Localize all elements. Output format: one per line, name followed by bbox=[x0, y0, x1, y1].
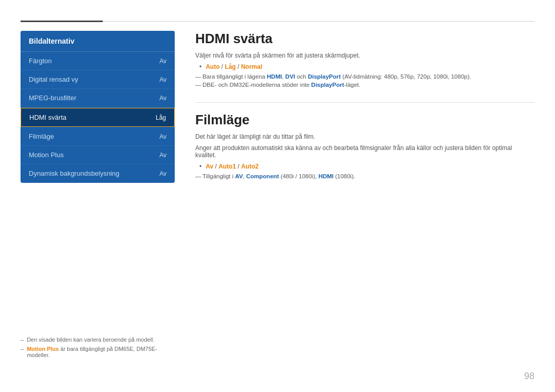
sidebar-item-motion[interactable]: Motion Plus Av bbox=[21, 146, 175, 164]
sidebar-item-value-filmage: Av bbox=[159, 133, 166, 140]
hdmi-note1-dvi: DVI bbox=[285, 73, 295, 80]
sidebar-item-label-motion: Motion Plus bbox=[29, 151, 64, 159]
footer-notes: Den visade bilden kan variera beroende p… bbox=[21, 337, 175, 361]
hdmi-options: • Auto / Låg / Normal bbox=[199, 63, 534, 70]
film-option-group: Av / Auto1 / Auto2 bbox=[206, 163, 258, 170]
hdmi-section: HDMI svärta Väljer nivå för svärta på sk… bbox=[195, 31, 534, 88]
hdmi-option-auto: Auto / Låg / Normal bbox=[206, 63, 262, 70]
hdmi-option-lag-text: Låg bbox=[225, 63, 236, 70]
sidebar-item-label-dynamic: Dynamisk bakgrundsbelysning bbox=[29, 170, 119, 177]
footer-note-1: Den visade bilden kan variera beroende p… bbox=[21, 337, 175, 343]
hdmi-option-normal-text: Normal bbox=[241, 63, 262, 70]
sidebar-item-label-hdmi: HDMI svärta bbox=[29, 114, 66, 121]
main-content: HDMI svärta Väljer nivå för svärta på sk… bbox=[195, 31, 534, 371]
sidebar-item-value-digital: Av bbox=[159, 76, 166, 83]
sidebar-item-value-mpeg: Av bbox=[159, 95, 166, 102]
top-line-light bbox=[103, 21, 534, 22]
film-note: Tillgängligt i AV, Component (480i / 108… bbox=[197, 173, 534, 179]
footer-note-2-text: Motion Plus är bara tillgängligt på DM65… bbox=[27, 346, 175, 358]
sidebar-menu: Bildalternativ Färgton Av Digital rensad… bbox=[21, 31, 175, 183]
sidebar-item-value-motion: Av bbox=[159, 152, 166, 159]
sidebar-item-value-hdmi: Låg bbox=[156, 114, 166, 121]
hdmi-note1-end: (AV-tidmätning: 480p, 576p, 720p, 1080i,… bbox=[341, 73, 471, 80]
hdmi-note1-start: Bara tillgängligt i lägena bbox=[202, 73, 267, 80]
sidebar-item-value-dynamic: Av bbox=[159, 170, 166, 177]
bullet-dot-film: • bbox=[199, 163, 201, 170]
hdmi-note1-hdmi: HDMI bbox=[267, 73, 282, 80]
film-option-auto1: Auto1 bbox=[218, 163, 236, 170]
film-options: • Av / Auto1 / Auto2 bbox=[199, 163, 534, 170]
film-note-text: Tillgängligt i AV, Component (480i / 108… bbox=[202, 173, 355, 179]
hdmi-title: HDMI svärta bbox=[195, 31, 534, 47]
hdmi-note2-end: -läget. bbox=[344, 82, 361, 88]
film-note-start: Tillgängligt i bbox=[202, 173, 235, 179]
hdmi-note2-dp: DisplayPort bbox=[311, 82, 344, 88]
film-section: Filmläge Det här läget är lämpligt när d… bbox=[195, 112, 534, 179]
hdmi-sep1: / bbox=[220, 63, 225, 70]
film-desc2: Anger att produkten automatiskt ska känn… bbox=[195, 144, 534, 159]
film-desc1: Det här läget är lämpligt när du tittar … bbox=[195, 133, 534, 140]
sidebar-item-hdmi[interactable]: HDMI svärta Låg bbox=[21, 108, 175, 127]
hdmi-note2-text: DBE- och DM32E-modellerna stöder inte Di… bbox=[202, 82, 360, 88]
sidebar-item-label-fargton: Färgton bbox=[29, 57, 52, 65]
top-line-dark bbox=[21, 21, 103, 22]
hdmi-sep2: / bbox=[236, 63, 241, 70]
film-option-av: Av bbox=[206, 163, 213, 170]
hdmi-option-auto-text: Auto bbox=[206, 63, 219, 70]
sidebar-item-digital[interactable]: Digital rensad vy Av bbox=[21, 70, 175, 89]
sidebar-item-label-filmage: Filmläge bbox=[29, 133, 54, 140]
sidebar-item-label-mpeg: MPEG-brusfilter bbox=[29, 94, 76, 102]
footer-motionplus-highlight: Motion Plus bbox=[27, 346, 59, 352]
hdmi-description: Väljer nivå för svärta på skärmen för at… bbox=[195, 52, 534, 59]
hdmi-note1-text: Bara tillgängligt i lägena HDMI, DVI och… bbox=[202, 73, 471, 80]
sidebar-item-label-digital: Digital rensad vy bbox=[29, 76, 78, 83]
sidebar-header: Bildalternativ bbox=[21, 31, 175, 52]
film-note-mid2: (480i / 1080i), bbox=[279, 173, 319, 179]
bullet-dot-hdmi: • bbox=[199, 63, 201, 70]
film-title: Filmläge bbox=[195, 112, 534, 128]
sidebar-item-filmage[interactable]: Filmläge Av bbox=[21, 127, 175, 146]
sidebar-item-mpeg[interactable]: MPEG-brusfilter Av bbox=[21, 89, 175, 107]
film-note-av: AV bbox=[235, 173, 243, 179]
hdmi-note1-dp: DisplayPort bbox=[308, 73, 341, 80]
hdmi-note1: Bara tillgängligt i lägena HDMI, DVI och… bbox=[197, 73, 534, 80]
footer-note-2: Motion Plus är bara tillgängligt på DM65… bbox=[21, 346, 175, 358]
section-divider bbox=[195, 102, 534, 103]
hdmi-note2-start: DBE- och DM32E-modellerna stöder inte bbox=[202, 82, 311, 88]
hdmi-note1-mid2: och bbox=[295, 73, 308, 80]
film-sep1: / bbox=[213, 163, 218, 170]
sidebar-item-fargton[interactable]: Färgton Av bbox=[21, 52, 175, 70]
film-option-auto2: Auto2 bbox=[241, 163, 258, 170]
film-note-hdmi: HDMI bbox=[319, 173, 334, 179]
film-note-end: (1080i). bbox=[334, 173, 355, 179]
sidebar-item-value-fargton: Av bbox=[159, 58, 166, 65]
film-sep2: / bbox=[236, 163, 241, 170]
footer-note-1-text: Den visade bilden kan variera beroende p… bbox=[27, 337, 154, 343]
film-note-component: Component bbox=[246, 173, 279, 179]
hdmi-note2: DBE- och DM32E-modellerna stöder inte Di… bbox=[197, 82, 534, 88]
top-decoration bbox=[21, 21, 534, 22]
page-number: 98 bbox=[524, 371, 534, 382]
sidebar-item-dynamic[interactable]: Dynamisk bakgrundsbelysning Av bbox=[21, 164, 175, 183]
